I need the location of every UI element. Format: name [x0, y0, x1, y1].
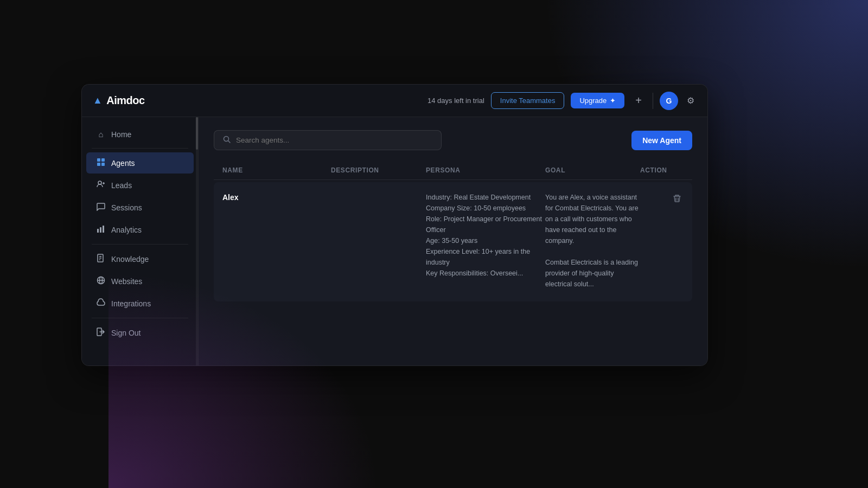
sidebar-item-knowledge[interactable]: Knowledge — [86, 248, 194, 269]
add-button[interactable]: + — [631, 92, 646, 109]
table-body: Alex Industry: Real Estate Development C… — [214, 182, 692, 301]
sidebar: ⌂ Home Agents — [82, 117, 199, 365]
trial-text: 14 days left in trial — [427, 97, 484, 105]
col-persona: PERSONA — [426, 166, 545, 174]
page-toolbar: New Agent — [214, 130, 692, 150]
sidebar-label-knowledge: Knowledge — [111, 255, 149, 264]
logo: ▲ Aimdoc — [93, 94, 145, 107]
upgrade-button[interactable]: Upgrade ✦ — [571, 93, 624, 108]
sidebar-item-leads[interactable]: Leads — [86, 175, 194, 196]
col-description: DESCRIPTION — [331, 166, 426, 174]
svg-line-19 — [228, 141, 231, 143]
svg-rect-8 — [100, 227, 101, 233]
sessions-icon — [96, 202, 106, 213]
settings-button[interactable]: ⚙ — [685, 93, 697, 108]
sidebar-label-home: Home — [111, 130, 131, 139]
agents-icon — [96, 158, 106, 168]
nav-divider-1 — [92, 148, 188, 149]
page-content: New Agent NAME DESCRIPTION PERSONA GOAL … — [199, 117, 707, 365]
upgrade-label: Upgrade — [579, 97, 607, 105]
app-window: ▲ Aimdoc 14 days left in trial Invite Te… — [81, 84, 708, 366]
main-content: ⌂ Home Agents — [82, 117, 707, 365]
cell-name: Alex — [222, 192, 331, 203]
col-action: ACTION — [640, 166, 684, 174]
scrollbar-track — [196, 117, 198, 365]
svg-rect-3 — [101, 163, 105, 166]
delete-button[interactable] — [671, 192, 684, 205]
svg-rect-7 — [97, 229, 99, 233]
svg-rect-1 — [101, 158, 105, 162]
upgrade-star-icon: ✦ — [610, 97, 616, 105]
sidebar-item-analytics[interactable]: Analytics — [86, 219, 194, 240]
cell-persona: Industry: Real Estate Development Compan… — [426, 192, 545, 279]
header-right: 14 days left in trial Invite Teammates U… — [427, 92, 697, 110]
new-agent-button[interactable]: New Agent — [631, 131, 692, 150]
table-header: NAME DESCRIPTION PERSONA GOAL ACTION — [214, 161, 692, 180]
sidebar-label-websites: Websites — [111, 277, 142, 286]
scrollbar-thumb[interactable] — [196, 117, 198, 150]
sidebar-label-sessions: Sessions — [111, 203, 142, 212]
sidebar-item-websites[interactable]: Websites — [86, 271, 194, 292]
agents-table: NAME DESCRIPTION PERSONA GOAL ACTION Ale… — [214, 161, 692, 301]
search-box — [214, 130, 442, 150]
sidebar-item-signout[interactable]: Sign Out — [86, 322, 194, 343]
svg-rect-0 — [97, 158, 100, 162]
sidebar-label-agents: Agents — [111, 159, 135, 168]
svg-rect-9 — [103, 226, 104, 233]
sidebar-label-leads: Leads — [111, 181, 132, 190]
websites-icon — [96, 276, 106, 286]
search-input[interactable] — [236, 136, 432, 144]
nav-divider-3 — [92, 318, 188, 318]
analytics-icon — [96, 224, 106, 235]
sidebar-item-home[interactable]: ⌂ Home — [86, 124, 194, 144]
knowledge-icon — [96, 254, 106, 264]
header: ▲ Aimdoc 14 days left in trial Invite Te… — [82, 85, 707, 117]
header-divider — [653, 93, 653, 109]
svg-rect-2 — [97, 163, 100, 166]
sidebar-label-integrations: Integrations — [111, 299, 151, 308]
cell-goal: You are Alex, a voice assistant for Comb… — [545, 192, 640, 290]
nav-divider-2 — [92, 244, 188, 245]
sidebar-item-sessions[interactable]: Sessions — [86, 197, 194, 218]
home-icon: ⌂ — [96, 130, 106, 139]
logo-text: Aimdoc — [106, 94, 144, 107]
sidebar-label-signout: Sign Out — [111, 329, 141, 337]
table-row: Alex Industry: Real Estate Development C… — [214, 182, 692, 301]
svg-point-4 — [98, 181, 101, 184]
avatar[interactable]: G — [660, 92, 678, 110]
leads-icon — [96, 180, 106, 190]
col-name: NAME — [222, 166, 331, 174]
sidebar-item-agents[interactable]: Agents — [86, 152, 194, 174]
signout-icon — [96, 328, 106, 338]
integrations-icon — [96, 298, 106, 309]
col-goal: GOAL — [545, 166, 640, 174]
search-icon — [223, 136, 231, 145]
logo-icon: ▲ — [93, 95, 102, 106]
cell-action — [640, 192, 684, 205]
sidebar-label-analytics: Analytics — [111, 226, 142, 234]
sidebar-item-integrations[interactable]: Integrations — [86, 293, 194, 314]
invite-teammates-button[interactable]: Invite Teammates — [491, 92, 565, 109]
